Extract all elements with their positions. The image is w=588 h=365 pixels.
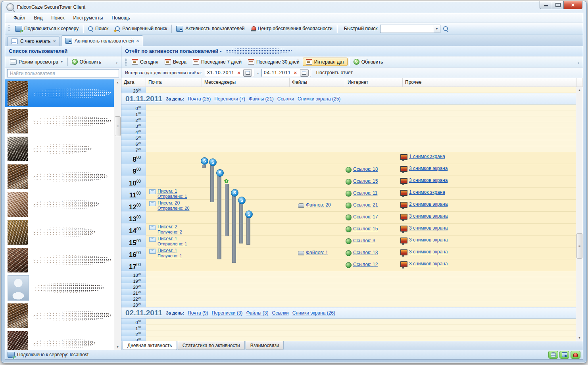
- user-list-scrollbar[interactable]: ▲ ▼: [114, 79, 121, 350]
- clear-date-icon[interactable]: ✕: [294, 71, 297, 75]
- links-count-link[interactable]: Ссылок: 15: [353, 226, 378, 232]
- calendar-picker-button[interactable]: [300, 69, 309, 77]
- scroll-down-arrow[interactable]: ▼: [114, 344, 121, 350]
- activity-status-icon[interactable]: [559, 351, 569, 359]
- mail-count-link[interactable]: Писем: 20: [158, 201, 189, 206]
- user-list-item[interactable]: [5, 191, 114, 218]
- day-summary-link[interactable]: Почта (9): [188, 310, 208, 316]
- user-list-item[interactable]: [5, 107, 114, 135]
- scroll-track[interactable]: [114, 85, 121, 344]
- hour-cell[interactable]: [146, 116, 576, 122]
- scroll-up-arrow[interactable]: ▲: [576, 87, 583, 93]
- mail-count-link[interactable]: Писем: 1: [158, 248, 182, 253]
- screenshots-link[interactable]: 1 снимок экрана: [409, 189, 445, 195]
- range-button-2[interactable]: Вчера: [161, 58, 190, 66]
- hour-cell[interactable]: [146, 104, 576, 110]
- alert-status-icon[interactable]: [571, 351, 580, 359]
- screenshots-link[interactable]: 3 снимков экрана: [409, 213, 448, 219]
- day-summary-link[interactable]: Переписки (7): [214, 96, 245, 102]
- chevron-down-icon[interactable]: ▼: [434, 25, 440, 33]
- hour-cell[interactable]: [146, 301, 576, 307]
- connect-server-button[interactable]: Подключиться к серверу: [12, 25, 82, 33]
- user-list-item[interactable]: [5, 274, 114, 302]
- hour-cell[interactable]: [146, 122, 576, 128]
- mail-direction-link[interactable]: Отправлено: 1: [158, 241, 187, 247]
- user-activity-button[interactable]: Активность пользователей: [173, 25, 248, 33]
- report-view-tab-2[interactable]: Статистика по активности: [178, 341, 245, 350]
- mail-direction-link[interactable]: Отправлено: 20: [158, 206, 189, 211]
- mail-direction-link[interactable]: Отправлено: 1: [158, 194, 187, 199]
- range-button-5[interactable]: Интервал дат: [303, 58, 348, 66]
- hour-cell[interactable]: [146, 134, 576, 140]
- menu-item-2[interactable]: Поиск: [47, 14, 69, 21]
- hour-cell[interactable]: [146, 271, 576, 277]
- quick-search-go-icon[interactable]: [443, 26, 448, 31]
- range-button-1[interactable]: Сегодня: [129, 58, 161, 66]
- database-status-icon[interactable]: [548, 351, 558, 359]
- hour-cell[interactable]: [146, 289, 576, 295]
- timeline-scrollbar[interactable]: ▲ ▼: [576, 87, 583, 341]
- column-header-почта[interactable]: Почта: [146, 78, 202, 87]
- links-count-link[interactable]: Ссылок: 12: [353, 262, 378, 267]
- column-header-файлы[interactable]: Файлы: [290, 78, 345, 87]
- user-list-item[interactable]: [5, 330, 114, 350]
- day-summary-link[interactable]: Файлы (3): [246, 310, 268, 316]
- screenshots-link[interactable]: 1 снимок экрана: [409, 154, 445, 159]
- tab-close-icon[interactable]: ✕: [136, 39, 139, 43]
- hour-cell[interactable]: [146, 152, 576, 164]
- toolbar-grip[interactable]: [125, 58, 127, 66]
- toolbar-grip[interactable]: [8, 25, 10, 32]
- menu-item-3[interactable]: Инструменты: [69, 14, 108, 21]
- day-summary-link[interactable]: Файлы (21): [249, 96, 274, 102]
- build-report-button[interactable]: Построить отчёт: [316, 70, 353, 75]
- report-view-tab-3[interactable]: Взаимосвязи: [246, 341, 284, 350]
- day-summary-link[interactable]: Снимки экрана (25): [298, 96, 340, 102]
- close-button[interactable]: ✕: [564, 1, 582, 9]
- day-summary-link[interactable]: Почта (25): [188, 96, 211, 102]
- user-list-item[interactable]: [5, 218, 114, 246]
- links-count-link[interactable]: Ссылок: 15: [353, 178, 378, 184]
- scroll-up-arrow[interactable]: ▲: [114, 79, 121, 85]
- tab-getting-started[interactable]: С чего начать✕: [7, 37, 60, 46]
- day-summary-link[interactable]: Снимки экрана (26): [292, 310, 335, 316]
- column-header-интернет[interactable]: Интернет: [345, 78, 403, 87]
- screenshots-link[interactable]: 3 снимков экрана: [409, 225, 448, 231]
- search-button[interactable]: Поиск: [85, 25, 111, 33]
- menu-item-1[interactable]: Вид: [30, 14, 47, 21]
- date-from-value[interactable]: 31.10.2011: [207, 70, 234, 75]
- hour-cell[interactable]: [146, 336, 576, 341]
- hour-cell[interactable]: [146, 324, 576, 330]
- advanced-search-button[interactable]: ★ Расширенный поиск: [111, 25, 170, 33]
- report-view-tab-1[interactable]: Дневная активность: [123, 341, 177, 350]
- hour-cell[interactable]: [146, 283, 576, 289]
- links-count-link[interactable]: Ссылок: 21: [353, 202, 378, 208]
- user-list-item[interactable]: [5, 246, 114, 274]
- view-mode-button[interactable]: Режим просмотра ▼: [7, 58, 66, 66]
- scroll-thumb[interactable]: [576, 233, 582, 259]
- scroll-track[interactable]: [576, 93, 583, 335]
- day-summary-link[interactable]: Переписки (3): [212, 310, 243, 316]
- hour-cell[interactable]: [146, 330, 576, 336]
- date-from-field[interactable]: 31.10.2011 ✕: [205, 69, 255, 77]
- mail-count-link[interactable]: Писем: 1: [158, 189, 187, 194]
- hour-cell[interactable]: [146, 319, 576, 324]
- maximize-button[interactable]: [552, 1, 564, 9]
- mail-count-link[interactable]: Писем: 1: [158, 236, 187, 241]
- tab-user-activity[interactable]: Активность пользователей✕: [61, 35, 143, 46]
- range-button-3[interactable]: Последние 7 дней: [190, 58, 245, 66]
- find-user-input[interactable]: Найти пользователя: [7, 69, 119, 77]
- files-count-link[interactable]: Файлов: 1: [306, 250, 328, 255]
- report-refresh-button[interactable]: ↻Обновить: [350, 58, 386, 66]
- menu-item-4[interactable]: Помощь: [107, 14, 134, 21]
- date-to-field[interactable]: 04.11.2011 ✕: [261, 69, 311, 77]
- links-count-link[interactable]: Ссылок: 11: [353, 190, 377, 196]
- clear-date-icon[interactable]: ✕: [237, 71, 240, 75]
- hour-cell[interactable]: [146, 277, 576, 283]
- toolbar-overflow-chevron[interactable]: ▾: [114, 62, 119, 67]
- toolbar-overflow-chevron[interactable]: ▾: [576, 62, 581, 67]
- column-header-мессенджеры[interactable]: Мессенджеры: [202, 78, 290, 87]
- hour-cell[interactable]: [146, 140, 576, 146]
- user-list-item[interactable]: [5, 302, 114, 330]
- hour-cell[interactable]: [146, 87, 576, 93]
- minimize-button[interactable]: ▬: [540, 1, 552, 9]
